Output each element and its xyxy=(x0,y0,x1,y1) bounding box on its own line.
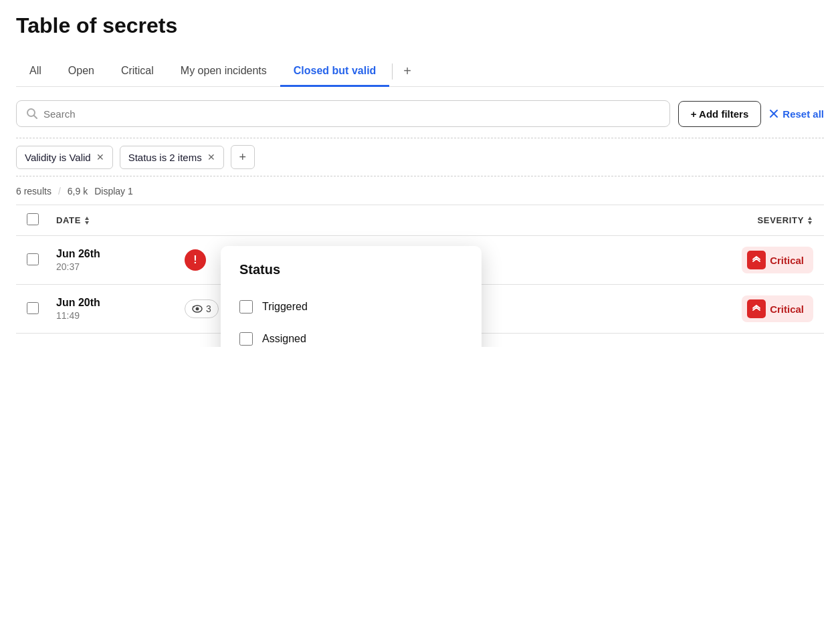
tab-all[interactable]: All xyxy=(16,57,55,87)
option-triggered-label: Triggered xyxy=(262,301,308,313)
row1-icons: ! xyxy=(185,249,206,271)
page-container: Table of secrets All Open Critical My op… xyxy=(0,0,840,347)
row2-date: Jun 20th xyxy=(56,297,163,309)
row1-time: 20:37 xyxy=(56,261,163,272)
row1-date-cell: Jun 26th 20:37 xyxy=(56,248,163,272)
row2-checkbox[interactable] xyxy=(27,302,39,314)
filter-chips-row: Validity is Valid ✕ Status is 2 items ✕ … xyxy=(16,138,824,176)
row2-severity-badge: Critical xyxy=(742,295,813,322)
filter-chip-status-close[interactable]: ✕ xyxy=(207,152,215,162)
eye-count: 3 xyxy=(206,303,211,314)
results-sep: / xyxy=(58,186,61,197)
row1-checkbox[interactable] xyxy=(27,253,39,265)
tab-closed-but-valid[interactable]: Closed but valid xyxy=(280,57,390,87)
display-label: Display 1 xyxy=(94,186,133,197)
chevron-up-double-icon xyxy=(752,304,761,314)
tabs-bar: All Open Critical My open incidents Clos… xyxy=(16,57,824,87)
results-total: 6,9 k xyxy=(68,186,88,197)
filter-chip-validity[interactable]: Validity is Valid ✕ xyxy=(16,146,113,169)
add-filters-button[interactable]: + Add filters xyxy=(678,101,762,127)
row1-severity-cell: Critical xyxy=(742,247,813,273)
col-header-date[interactable]: DATE xyxy=(56,215,163,226)
select-all-checkbox[interactable] xyxy=(27,213,39,225)
dropdown-title: Status xyxy=(239,262,463,277)
row2-severity-label: Critical xyxy=(770,303,804,315)
table-header-row: DATE SEVERITY xyxy=(16,205,824,236)
tab-open[interactable]: Open xyxy=(55,57,108,87)
option-assigned[interactable]: Assigned xyxy=(239,323,463,347)
row2-date-cell: Jun 20th 11:49 xyxy=(56,297,163,321)
page-title: Table of secrets xyxy=(16,13,824,38)
alert-icon-button[interactable]: ! xyxy=(185,249,206,271)
date-sort-icon xyxy=(84,215,90,226)
row2-severity-icon xyxy=(747,299,766,318)
filter-chip-validity-close[interactable]: ✕ xyxy=(96,152,104,162)
header-checkbox-col xyxy=(27,213,45,227)
row1-severity-label: Critical xyxy=(770,255,804,266)
filter-chip-add-button[interactable]: + xyxy=(231,145,255,169)
search-box[interactable] xyxy=(16,100,670,127)
close-icon xyxy=(769,109,778,118)
option-assigned-checkbox[interactable] xyxy=(239,332,253,346)
row2-icons: 3 xyxy=(185,299,219,318)
search-icon xyxy=(26,108,38,120)
status-dropdown: Status Triggered Assigned Ignored Resolv… xyxy=(221,246,482,347)
option-triggered[interactable]: Triggered xyxy=(239,291,463,323)
row1-date: Jun 26th xyxy=(56,248,163,260)
row2-severity-cell: Critical xyxy=(742,295,813,322)
tab-add-button[interactable]: + xyxy=(395,58,419,86)
tab-my-open-incidents[interactable]: My open incidents xyxy=(167,57,280,87)
tab-critical[interactable]: Critical xyxy=(108,57,167,87)
row1-severity-icon xyxy=(747,251,766,269)
results-info: 6 results / 6,9 k Display 1 xyxy=(16,186,824,197)
reset-all-button[interactable]: Reset all xyxy=(769,108,824,120)
filter-chip-validity-label: Validity is Valid xyxy=(25,152,91,163)
row2-time: 11:49 xyxy=(56,310,163,321)
eye-icon xyxy=(192,305,203,313)
option-triggered-checkbox[interactable] xyxy=(239,300,253,314)
row2-checkbox-col xyxy=(27,302,45,316)
dropdown-options: Triggered Assigned Ignored Resolved xyxy=(239,291,463,347)
search-input[interactable] xyxy=(43,108,660,120)
filter-chip-status[interactable]: Status is 2 items ✕ xyxy=(120,146,224,169)
svg-line-1 xyxy=(34,116,37,118)
col-header-severity[interactable]: SEVERITY xyxy=(758,215,814,226)
row1-severity-badge: Critical xyxy=(742,247,813,273)
svg-point-5 xyxy=(196,307,199,311)
tab-divider xyxy=(392,64,393,80)
filter-chip-status-label: Status is 2 items xyxy=(128,152,202,163)
search-filter-row: + Add filters Reset all xyxy=(16,100,824,127)
option-assigned-label: Assigned xyxy=(262,333,306,345)
row1-checkbox-col xyxy=(27,253,45,267)
eye-icon-button[interactable]: 3 xyxy=(185,299,219,318)
chevron-up-double-icon xyxy=(752,255,761,265)
results-count: 6 results xyxy=(16,186,51,197)
severity-sort-icon xyxy=(807,215,813,226)
